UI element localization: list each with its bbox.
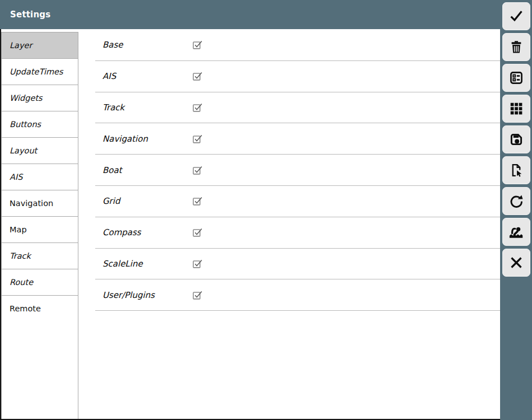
cancel-button[interactable] — [502, 249, 530, 277]
setting-label: AIS — [102, 71, 192, 81]
setting-label: Grid — [102, 196, 192, 206]
delete-button[interactable] — [502, 33, 530, 61]
reload-button[interactable] — [502, 187, 530, 215]
checkbox-checked[interactable] — [192, 69, 206, 83]
checkbox-checked[interactable] — [192, 288, 206, 302]
defaults-list-button[interactable] — [502, 64, 530, 92]
day-night-button[interactable] — [502, 218, 530, 246]
sidebar-item-updatetimes[interactable]: UpdateTimes — [1, 58, 78, 85]
sidebar-item-label: Widgets — [10, 94, 43, 102]
grid-icon — [508, 101, 524, 116]
setting-label: User/Plugins — [102, 290, 192, 300]
sidebar-item-label: Route — [10, 278, 33, 287]
setting-row-grid: Grid — [95, 186, 500, 217]
sidebar-item-map[interactable]: Map — [1, 216, 78, 243]
sidebar-item-remote[interactable]: Remote — [1, 295, 78, 322]
checkbox-checked[interactable] — [192, 163, 206, 178]
setting-label: Boat — [102, 165, 192, 175]
check-icon — [508, 8, 525, 25]
close-icon — [508, 254, 525, 271]
sidebar-item-label: UpdateTimes — [10, 67, 63, 76]
page-import-icon — [508, 162, 524, 178]
ok-button[interactable] — [502, 2, 530, 30]
setting-row-base: Base — [95, 30, 500, 61]
save-icon — [508, 132, 524, 147]
checkbox-checked[interactable] — [192, 256, 206, 271]
sidebar-item-label: Map — [10, 225, 27, 234]
sidebar-item-label: Navigation — [10, 199, 53, 208]
setting-label: ScaleLine — [102, 259, 192, 269]
sidebar-item-layer[interactable]: Layer — [1, 32, 78, 59]
setting-label: Navigation — [102, 134, 192, 144]
grid-view-button[interactable] — [502, 95, 530, 123]
setting-label: Compass — [102, 227, 192, 237]
dialog-header: Settings — [0, 0, 532, 29]
checkbox-checked[interactable] — [192, 225, 206, 240]
sidebar-item-label: Buttons — [10, 120, 41, 129]
setting-row-navigation: Navigation — [95, 123, 500, 155]
setting-label: Base — [102, 40, 192, 50]
sidebar-item-ais[interactable]: AIS — [1, 164, 78, 190]
setting-row-track: Track — [95, 92, 500, 124]
checkbox-checked[interactable] — [192, 100, 206, 115]
refresh-icon — [508, 193, 524, 209]
sidebar-item-widgets[interactable]: Widgets — [1, 85, 78, 111]
sidebar-item-buttons[interactable]: Buttons — [1, 111, 78, 138]
sidebar-item-layout[interactable]: Layout — [1, 137, 78, 164]
dialog-button-column — [500, 0, 532, 420]
sidebar-item-label: Track — [10, 251, 31, 260]
checkbox-checked[interactable] — [192, 132, 206, 146]
sidebar-item-track[interactable]: Track — [1, 242, 78, 269]
ballot-list-icon — [508, 70, 524, 86]
save-button[interactable] — [502, 125, 530, 153]
sidebar-item-route[interactable]: Route — [1, 269, 78, 296]
checkbox-checked[interactable] — [192, 38, 206, 52]
setting-label: Track — [102, 102, 192, 113]
settings-sidebar: Layer UpdateTimes Widgets Buttons Layout… — [1, 32, 78, 419]
sidebar-item-label: Remote — [10, 304, 41, 313]
setting-row-compass: Compass — [95, 217, 500, 249]
load-template-button[interactable] — [502, 156, 530, 184]
setting-row-ais: AIS — [95, 61, 500, 92]
sidebar-item-label: Layer — [10, 41, 32, 50]
swimmer-icon — [508, 223, 525, 240]
sidebar-filler — [1, 321, 78, 419]
setting-row-user-plugins: User/Plugins — [95, 279, 500, 311]
checkbox-checked[interactable] — [192, 194, 206, 208]
sidebar-item-navigation[interactable]: Navigation — [1, 190, 78, 217]
setting-row-scaleline: ScaleLine — [95, 249, 500, 280]
sidebar-item-label: AIS — [10, 172, 22, 181]
setting-row-boat: Boat — [95, 155, 500, 186]
layer-settings-list: Base AIS Track Navigation Boat — [95, 30, 500, 311]
settings-dialog: Settings Layer UpdateTimes Widgets Butto… — [0, 0, 532, 420]
page-title: Settings — [10, 10, 50, 20]
sidebar-item-label: Layout — [10, 146, 37, 155]
trash-icon — [508, 39, 524, 55]
